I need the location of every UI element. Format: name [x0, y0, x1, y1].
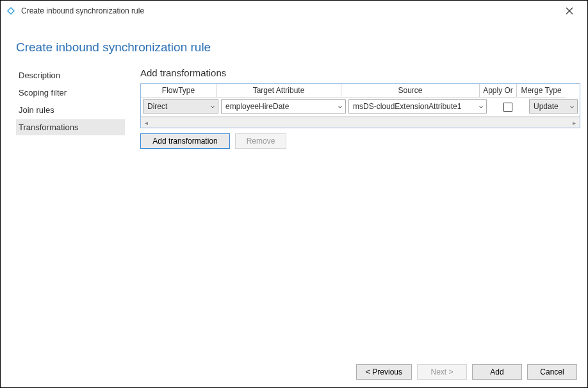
sidebar-item-transformations[interactable]: Transformations	[16, 119, 125, 135]
app-icon	[6, 6, 16, 16]
add-button[interactable]: Add	[472, 364, 522, 380]
column-header-target: Target Attribute	[216, 84, 341, 97]
sidebar-item-join-rules[interactable]: Join rules	[16, 102, 125, 118]
scroll-left-icon[interactable]: ◂	[141, 117, 152, 128]
previous-button[interactable]: < Previous	[356, 364, 412, 380]
scroll-right-icon[interactable]: ▸	[569, 117, 580, 128]
main-panel: Add transformations FlowType Target Attr…	[125, 67, 580, 149]
target-attribute-value: employeeHireDate	[225, 102, 289, 111]
chevron-down-icon	[210, 102, 215, 111]
cancel-button[interactable]: Cancel	[527, 364, 577, 380]
column-header-source: Source	[341, 84, 480, 97]
grid-action-buttons: Add transformation Remove	[140, 133, 580, 149]
apply-once-checkbox[interactable]	[503, 103, 512, 112]
sidebar-item-label: Transformations	[19, 122, 78, 132]
column-header-apply: Apply Or	[480, 84, 517, 97]
close-icon	[566, 7, 573, 15]
source-value: msDS-cloudExtensionAttribute1	[353, 102, 461, 111]
sidebar-item-description[interactable]: Description	[16, 67, 125, 83]
source-select[interactable]: msDS-cloudExtensionAttribute1	[348, 99, 487, 114]
column-header-flowtype: FlowType	[141, 84, 216, 97]
window-title: Create inbound synchronization rule	[21, 6, 557, 15]
column-header-merge: Merge Type	[517, 84, 566, 97]
grid-row: Direct employeeHireDate msDS-cloudExtens…	[141, 97, 580, 117]
sidebar-item-label: Description	[19, 71, 60, 80]
flowtype-value: Direct	[147, 102, 167, 111]
merge-type-select[interactable]: Update	[529, 99, 578, 114]
chevron-down-icon	[569, 102, 575, 111]
wizard-footer: < Previous Next > Add Cancel	[356, 364, 577, 380]
chevron-down-icon	[478, 102, 484, 111]
titlebar: Create inbound synchronization rule	[1, 1, 587, 21]
sidebar-item-label: Scoping filter	[19, 88, 67, 97]
page-title: Create inbound synchronization rule	[16, 40, 587, 55]
merge-type-value: Update	[534, 102, 559, 111]
sidebar-item-scoping-filter[interactable]: Scoping filter	[16, 85, 125, 101]
section-heading: Add transformations	[140, 67, 580, 78]
horizontal-scrollbar[interactable]: ◂ ▸	[141, 117, 580, 128]
chevron-down-icon	[338, 102, 343, 111]
flowtype-select[interactable]: Direct	[143, 99, 218, 114]
transformations-grid: FlowType Target Attribute Source Apply O…	[140, 83, 580, 128]
grid-header: FlowType Target Attribute Source Apply O…	[141, 84, 580, 97]
wizard-sidebar: Description Scoping filter Join rules Tr…	[16, 67, 125, 149]
remove-button[interactable]: Remove	[235, 133, 286, 149]
add-transformation-button[interactable]: Add transformation	[140, 133, 230, 149]
next-button[interactable]: Next >	[417, 364, 467, 380]
close-button[interactable]	[557, 2, 582, 20]
target-attribute-select[interactable]: employeeHireDate	[221, 99, 346, 114]
sidebar-item-label: Join rules	[19, 105, 54, 115]
